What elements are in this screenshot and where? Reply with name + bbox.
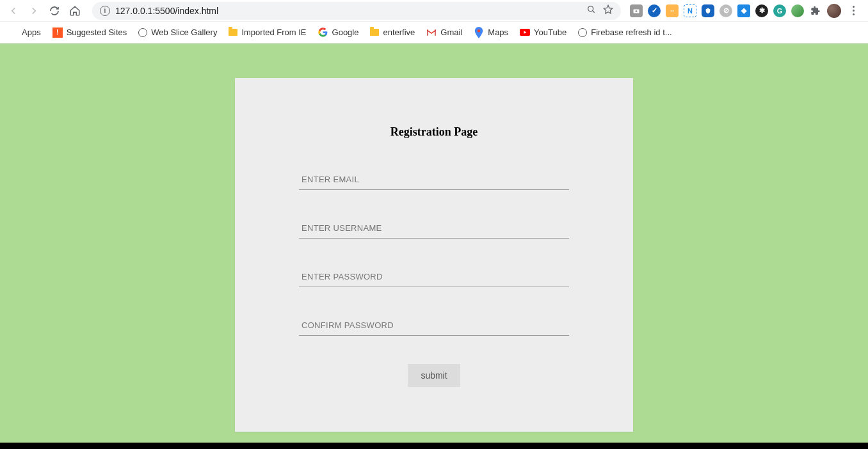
site-info-icon[interactable]: i — [100, 6, 110, 16]
globe-icon — [578, 28, 587, 37]
gmail-icon — [426, 28, 437, 38]
profile-avatar[interactable] — [827, 4, 841, 18]
bottom-bar — [0, 443, 868, 449]
bookmark-label: Imported From IE — [241, 28, 306, 37]
url-bar[interactable]: i 127.0.0.1:5500/index.html — [92, 2, 621, 20]
svg-point-3 — [478, 29, 481, 32]
zoom-icon[interactable] — [586, 4, 597, 17]
dark-ext-icon[interactable]: ✱ — [755, 4, 768, 17]
bookmark-label: Firebase refresh id t... — [591, 28, 671, 37]
svg-point-2 — [636, 10, 638, 12]
google-icon — [318, 28, 328, 38]
svg-point-0 — [588, 6, 593, 11]
bookmark-label: Suggested Sites — [67, 28, 127, 37]
bookmark-label: Web Slice Gallery — [151, 28, 217, 37]
submit-row: submit — [299, 364, 569, 387]
email-input[interactable] — [299, 169, 569, 190]
bookmark-maps[interactable]: Maps — [474, 28, 508, 38]
bookmark-youtube[interactable]: YouTube — [520, 28, 567, 37]
registration-card: Registration Page submit — [235, 78, 633, 432]
suggested-icon: ! — [52, 28, 63, 38]
page-body: Registration Page submit — [0, 43, 868, 443]
folder-icon — [370, 29, 379, 36]
bookmark-suggested[interactable]: ! Suggested Sites — [52, 28, 127, 38]
leaf-ext-icon[interactable] — [791, 4, 804, 17]
globe-icon — [138, 28, 147, 37]
maps-icon — [474, 28, 484, 38]
blue-ext-icon[interactable]: ◆ — [737, 4, 750, 17]
extension-icons: ✓ ·· N ⊘ ◆ ✱ G — [630, 4, 863, 18]
youtube-icon — [520, 29, 530, 36]
bookmark-label: Google — [332, 28, 359, 37]
bookmark-gmail[interactable]: Gmail — [426, 28, 462, 38]
bookmark-enterfive[interactable]: enterfive — [370, 28, 415, 37]
camera-ext-icon[interactable] — [630, 4, 643, 17]
back-button[interactable] — [5, 3, 22, 19]
browser-toolbar: i 127.0.0.1:5500/index.html ✓ ·· N ⊘ ◆ ✱… — [0, 0, 868, 22]
check-ext-icon[interactable]: ✓ — [648, 4, 661, 17]
form-title: Registration Page — [299, 125, 569, 139]
g-ext-icon[interactable]: G — [773, 4, 786, 17]
folder-icon — [229, 29, 237, 36]
confirm-field-row — [299, 315, 569, 336]
submit-button[interactable]: submit — [408, 364, 460, 387]
bookmark-label: Maps — [488, 28, 508, 37]
username-input[interactable] — [299, 218, 569, 239]
puzzle-icon[interactable] — [809, 4, 822, 17]
bookmark-apps[interactable]: Apps — [8, 28, 41, 38]
bookmark-label: YouTube — [534, 28, 567, 37]
bookmark-label: Gmail — [440, 28, 462, 37]
url-text: 127.0.0.1:5500/index.html — [115, 6, 218, 16]
star-icon[interactable] — [603, 4, 613, 17]
confirm-password-input[interactable] — [299, 315, 569, 336]
bookmark-label: Apps — [22, 28, 41, 37]
reload-button[interactable] — [46, 3, 63, 19]
home-button[interactable] — [67, 3, 83, 19]
forward-button[interactable] — [26, 3, 42, 19]
password-input[interactable] — [299, 267, 569, 287]
bookmark-firebase[interactable]: Firebase refresh id t... — [578, 28, 671, 37]
bookmark-webslice[interactable]: Web Slice Gallery — [138, 28, 217, 37]
username-field-row — [299, 218, 569, 239]
n-ext-icon[interactable]: N — [684, 4, 696, 17]
bookmark-imported[interactable]: Imported From IE — [229, 28, 306, 37]
shield-ext-icon[interactable] — [702, 4, 714, 17]
email-field-row — [299, 169, 569, 190]
bookmarks-bar: Apps ! Suggested Sites Web Slice Gallery… — [0, 22, 868, 43]
bookmark-google[interactable]: Google — [318, 28, 359, 38]
browser-menu[interactable] — [846, 6, 860, 15]
password-field-row — [299, 267, 569, 287]
box-ext-icon[interactable]: ·· — [666, 4, 679, 17]
bookmark-label: enterfive — [383, 28, 415, 37]
block-ext-icon[interactable]: ⊘ — [719, 4, 732, 17]
apps-icon — [8, 28, 18, 38]
